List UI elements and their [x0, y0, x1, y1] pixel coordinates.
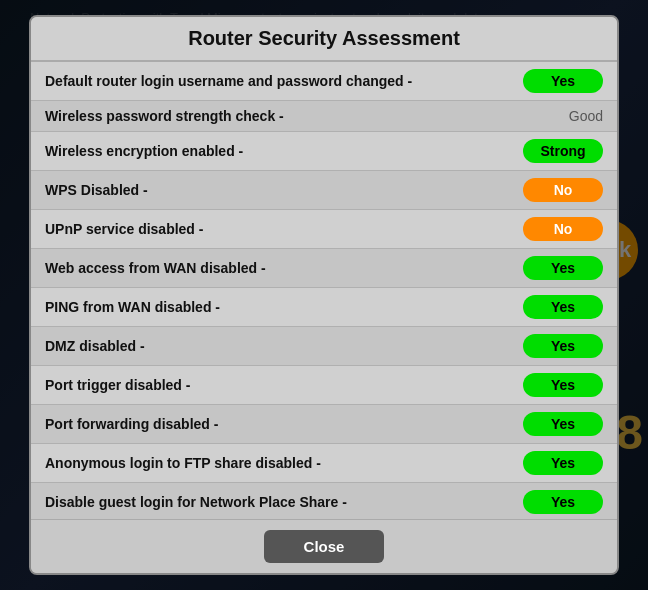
check-label: WPS Disabled -	[45, 182, 523, 198]
check-label: Disable guest login for Network Place Sh…	[45, 494, 523, 510]
status-badge: Yes	[523, 69, 603, 93]
check-label: Wireless password strength check -	[45, 108, 523, 124]
table-row: Disable guest login for Network Place Sh…	[31, 483, 617, 519]
check-label: Default router login username and passwo…	[45, 73, 523, 89]
status-badge: Yes	[523, 412, 603, 436]
status-badge: Yes	[523, 334, 603, 358]
check-label: UPnP service disabled -	[45, 221, 523, 237]
status-badge: Yes	[523, 490, 603, 514]
check-label: DMZ disabled -	[45, 338, 523, 354]
check-label: Web access from WAN disabled -	[45, 260, 523, 276]
table-row: UPnP service disabled -No	[31, 210, 617, 249]
check-label: Wireless encryption enabled -	[45, 143, 523, 159]
check-label: Port trigger disabled -	[45, 377, 523, 393]
table-row: Wireless password strength check -Good	[31, 101, 617, 132]
modal-footer: Close	[31, 519, 617, 573]
status-badge: Yes	[523, 256, 603, 280]
table-row: Wireless encryption enabled -Strong	[31, 132, 617, 171]
status-badge: Yes	[523, 451, 603, 475]
table-row: WPS Disabled -No	[31, 171, 617, 210]
check-label: Anonymous login to FTP share disabled -	[45, 455, 523, 471]
table-row: Web access from WAN disabled -Yes	[31, 249, 617, 288]
close-button[interactable]: Close	[264, 530, 385, 563]
status-badge: No	[523, 178, 603, 202]
status-badge: Good	[523, 108, 603, 124]
status-badge: Yes	[523, 373, 603, 397]
router-security-modal: Router Security Assessment Default route…	[29, 15, 619, 575]
modal-title: Router Security Assessment	[31, 17, 617, 62]
modal-body[interactable]: Default router login username and passwo…	[31, 62, 617, 519]
modal-overlay: Router Security Assessment Default route…	[0, 0, 648, 590]
check-label: Port forwarding disabled -	[45, 416, 523, 432]
table-row: Anonymous login to FTP share disabled -Y…	[31, 444, 617, 483]
table-row: Port forwarding disabled -Yes	[31, 405, 617, 444]
table-row: Port trigger disabled -Yes	[31, 366, 617, 405]
status-badge: Yes	[523, 295, 603, 319]
table-row: Default router login username and passwo…	[31, 62, 617, 101]
table-row: PING from WAN disabled -Yes	[31, 288, 617, 327]
table-row: DMZ disabled -Yes	[31, 327, 617, 366]
check-label: PING from WAN disabled -	[45, 299, 523, 315]
status-badge: No	[523, 217, 603, 241]
status-badge: Strong	[523, 139, 603, 163]
